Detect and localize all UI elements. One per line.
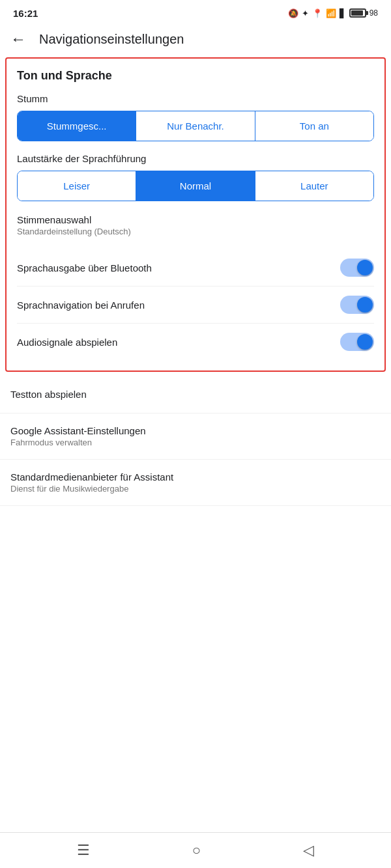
list-item-title: Standardmedienanbieter für Assistant xyxy=(10,471,381,483)
signal-icon: ▋ xyxy=(340,8,346,18)
home-icon[interactable]: ○ xyxy=(192,842,201,859)
voice-selection[interactable]: Stimmenauswahl Standardeinstellung (Deut… xyxy=(17,214,374,236)
mute-icon: 🔕 xyxy=(288,8,298,18)
list-item-subtitle: Fahrmodus verwalten xyxy=(10,438,381,447)
mute-option-1[interactable]: Nur Benachr. xyxy=(136,111,254,141)
volume-label: Lautstärke der Sprachführung xyxy=(17,153,374,164)
bottom-nav: ☰ ○ ◁ xyxy=(0,832,391,868)
toggle-calls-label: Sprachnavigation bei Anrufen xyxy=(17,300,340,311)
back-nav-icon[interactable]: ◁ xyxy=(303,842,314,859)
volume-option-0[interactable]: Leiser xyxy=(18,171,136,201)
toggle-bluetooth: Sprachausgabe über Bluetooth xyxy=(17,249,374,287)
back-button[interactable]: ← xyxy=(10,30,26,48)
toggle-calls-switch[interactable] xyxy=(340,296,374,314)
list-item-title: Google Assistant-Einstellungen xyxy=(10,425,381,436)
toggle-audio-label: Audiosignale abspielen xyxy=(17,337,340,348)
section-heading: Ton und Sprache xyxy=(17,69,374,83)
list-item-subtitle: Dienst für die Musikwiedergabe xyxy=(10,484,381,494)
menu-icon[interactable]: ☰ xyxy=(77,842,90,859)
status-bar: 16:21 🔕 ✦ 📍 📶 ▋ 98 xyxy=(0,0,391,23)
mute-option-2[interactable]: Ton an xyxy=(255,111,373,141)
list-item-media[interactable]: Standardmedienanbieter für Assistant Die… xyxy=(0,460,391,506)
voice-selection-subtitle: Standardeinstellung (Deutsch) xyxy=(17,227,374,236)
location-icon: 📍 xyxy=(312,8,323,18)
list-item-assistant[interactable]: Google Assistant-Einstellungen Fahrmodus… xyxy=(0,413,391,460)
switch-thumb xyxy=(357,260,373,275)
toggle-calls: Sprachnavigation bei Anrufen xyxy=(17,287,374,324)
mute-option-0[interactable]: Stummgesc... xyxy=(18,111,136,141)
mute-toggle-group: Stummgesc... Nur Benachr. Ton an xyxy=(17,111,374,141)
toggle-audio: Audiosignale abspielen xyxy=(17,324,374,360)
header: ← Navigationseinstellungen xyxy=(0,23,391,57)
battery-icon xyxy=(349,8,366,18)
wifi-icon: 📶 xyxy=(326,8,336,18)
switch-thumb xyxy=(357,334,373,350)
volume-option-2[interactable]: Lauter xyxy=(255,171,373,201)
battery-fill xyxy=(351,10,363,16)
list-item-title: Testton abspielen xyxy=(10,389,381,400)
toggle-bluetooth-switch[interactable] xyxy=(340,259,374,277)
page-title: Navigationseinstellungen xyxy=(39,32,184,47)
battery-percent: 98 xyxy=(369,8,378,18)
sound-section: Ton und Sprache Stumm Stummgesc... Nur B… xyxy=(5,57,386,372)
toggle-bluetooth-label: Sprachausgabe über Bluetooth xyxy=(17,262,340,273)
status-icons: 🔕 ✦ 📍 📶 ▋ 98 xyxy=(288,8,378,18)
volume-toggle-group: Leiser Normal Lauter xyxy=(17,171,374,201)
status-time: 16:21 xyxy=(13,8,38,19)
list-item-testton[interactable]: Testton abspielen xyxy=(0,377,391,413)
volume-option-1[interactable]: Normal xyxy=(136,171,254,201)
switch-thumb xyxy=(357,297,373,313)
mute-label: Stumm xyxy=(17,93,374,104)
toggle-audio-switch[interactable] xyxy=(340,333,374,351)
voice-selection-title: Stimmenauswahl xyxy=(17,214,374,225)
bluetooth-icon: ✦ xyxy=(302,8,309,18)
